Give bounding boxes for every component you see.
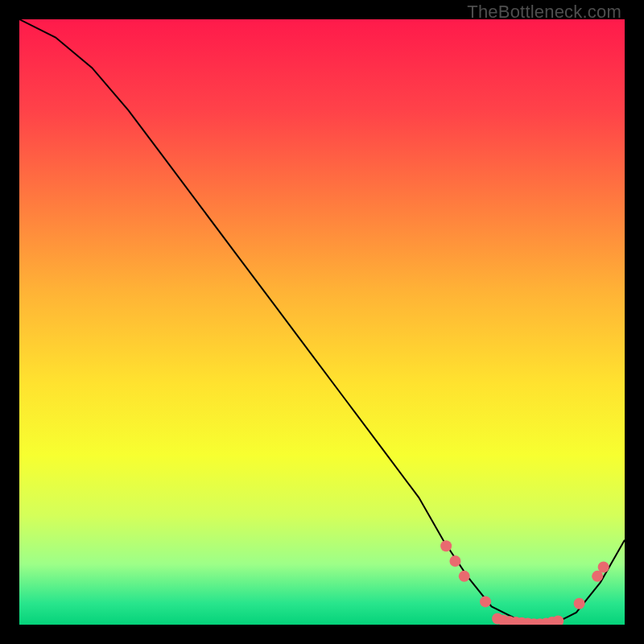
marker-point — [598, 562, 609, 573]
bottleneck-chart — [19, 19, 625, 625]
marker-point — [459, 571, 470, 582]
marker-point — [440, 540, 452, 551]
watermark-text: TheBottleneck.com — [467, 2, 621, 23]
marker-point — [480, 596, 491, 607]
marker-point — [449, 555, 460, 567]
marker-point — [574, 598, 585, 609]
chart-frame — [19, 19, 625, 625]
chart-background — [19, 19, 625, 625]
